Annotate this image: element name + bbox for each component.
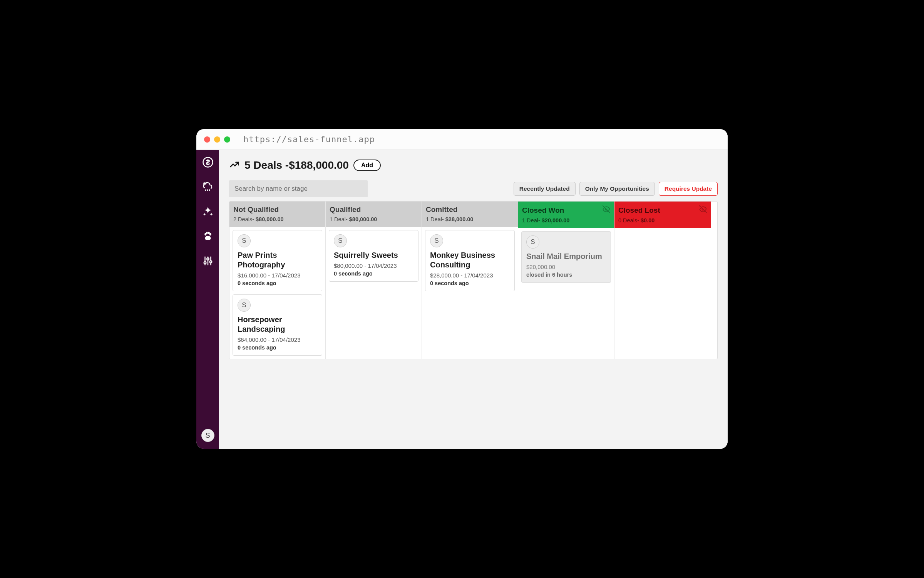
deal-avatar: S [430,234,443,247]
column-amount: $0.00 [641,217,654,223]
svg-point-8 [209,261,212,263]
column-count-label: 1 Deal- [522,217,542,223]
eye-off-icon[interactable] [699,205,707,215]
kanban-column: Qualified1 Deal- $80,000.00SSquirrelly S… [326,202,422,359]
column-subtitle: 1 Deal- $80,000.00 [330,216,418,222]
deal-card[interactable]: SSnail Mail Emporium$20,000.00closed in … [521,231,611,283]
deal-meta: $80,000.00 - 17/04/2023 [334,262,413,269]
column-header: Not Qualified2 Deals- $80,000.00 [229,202,325,227]
sidebar-item-weather[interactable] [201,181,215,195]
sidebar-user-avatar[interactable]: S [201,429,214,442]
deal-card[interactable]: SSquirrelly Sweets$80,000.00 - 17/04/202… [329,230,418,282]
column-title: Comitted [426,205,457,214]
column-body[interactable] [614,228,711,359]
column-count-label: 1 Deal- [330,216,349,222]
deal-avatar: S [238,299,251,312]
page-header: 5 Deals -$188,000.00 Add [229,158,718,172]
svg-point-7 [207,258,209,260]
column-header: Qualified1 Deal- $80,000.00 [326,202,422,227]
sidebar: S [196,150,219,449]
deal-title: Horsepower Landscaping [238,315,317,334]
column-header: Closed Won1 Deal- $20,000.00 [518,202,614,228]
toolbar: Recently Updated Only My Opportunities R… [229,180,718,197]
svg-point-1 [204,183,205,184]
deal-age: 0 seconds ago [334,271,413,277]
titlebar: https://sales-funnel.app [196,129,728,150]
column-count-label: 0 Deals- [618,217,641,223]
deal-meta: $28,000.00 - 17/04/2023 [430,272,510,279]
main-content: 5 Deals -$188,000.00 Add Recently Update… [219,150,728,449]
deal-meta: $20,000.00 [526,264,606,270]
deal-title: Snail Mail Emporium [526,252,606,261]
column-body[interactable]: SMonkey Business Consulting$28,000.00 - … [422,227,518,359]
column-count-label: 2 Deals- [233,216,256,222]
column-header: Comitted1 Deal- $28,000.00 [422,202,518,227]
column-title: Closed Won [522,206,564,215]
deal-age: 0 seconds ago [430,280,510,286]
kanban-column: Not Qualified2 Deals- $80,000.00SPaw Pri… [229,202,326,359]
app-body: S 5 Deals -$188,000.00 Add Recently Upda… [196,150,728,449]
search-input[interactable] [229,180,368,197]
window-close-button[interactable] [204,136,210,143]
sparkle-icon [202,206,214,219]
filter-only-mine[interactable]: Only My Opportunities [579,182,655,196]
weather-icon [202,181,214,194]
column-amount: $80,000.00 [256,216,284,222]
svg-point-6 [204,262,206,264]
paw-icon [202,230,214,244]
deal-card[interactable]: SPaw Prints Photography$16,000.00 - 17/0… [233,230,322,291]
column-title: Not Qualified [233,205,279,214]
kanban-column: Closed Lost0 Deals- $0.00 [614,202,711,359]
svg-point-2 [204,233,206,236]
column-amount: $20,000.00 [542,217,570,223]
deal-age: 0 seconds ago [238,280,317,286]
deal-meta: $16,000.00 - 17/04/2023 [238,272,317,279]
deal-avatar: S [334,234,347,247]
sidebar-item-insights[interactable] [201,205,215,219]
deal-title: Paw Prints Photography [238,250,317,270]
deal-card[interactable]: SMonkey Business Consulting$28,000.00 - … [425,230,515,291]
column-amount: $80,000.00 [349,216,377,222]
sidebar-item-pets[interactable] [201,230,215,244]
app-window: https://sales-funnel.app [196,129,728,449]
window-minimize-button[interactable] [214,136,220,143]
svg-point-5 [208,232,210,234]
column-header: Closed Lost0 Deals- $0.00 [614,202,711,228]
filter-requires-update[interactable]: Requires Update [659,182,718,196]
kanban-column: Closed Won1 Deal- $20,000.00SSnail Mail … [518,202,614,359]
eye-off-icon[interactable] [603,205,610,215]
page-title: 5 Deals -$188,000.00 [244,159,349,171]
column-amount: $28,000.00 [445,216,474,222]
column-subtitle: 2 Deals- $80,000.00 [233,216,321,222]
kanban-board: Not Qualified2 Deals- $80,000.00SPaw Pri… [229,201,718,359]
deal-meta: $64,000.00 - 17/04/2023 [238,336,317,343]
dollar-icon [202,156,214,170]
column-title: Closed Lost [618,206,660,215]
column-subtitle: 0 Deals- $0.00 [618,217,707,223]
window-zoom-button[interactable] [224,136,230,143]
deal-card[interactable]: SHorsepower Landscaping$64,000.00 - 17/0… [233,294,322,356]
deal-avatar: S [526,235,539,249]
sidebar-item-deals[interactable] [201,156,215,170]
deal-age: 0 seconds ago [238,344,317,351]
svg-point-4 [206,232,208,234]
address-bar-url: https://sales-funnel.app [243,134,375,144]
filter-recently-updated[interactable]: Recently Updated [514,182,576,196]
deal-age: closed in 6 hours [526,272,606,278]
kanban-column: Comitted1 Deal- $28,000.00SMonkey Busine… [422,202,518,359]
column-subtitle: 1 Deal- $20,000.00 [522,217,610,223]
column-body[interactable]: SSquirrelly Sweets$80,000.00 - 17/04/202… [326,227,422,359]
tuning-icon [202,255,214,268]
column-title: Qualified [330,205,361,214]
column-subtitle: 1 Deal- $28,000.00 [426,216,514,222]
svg-point-3 [209,233,211,236]
column-body[interactable]: SSnail Mail Emporium$20,000.00closed in … [518,228,614,359]
deal-title: Monkey Business Consulting [430,250,510,270]
column-count-label: 1 Deal- [426,216,445,222]
add-deal-button[interactable]: Add [353,160,381,171]
trending-up-icon [229,159,240,173]
deal-avatar: S [238,234,251,247]
sidebar-item-settings[interactable] [201,255,215,269]
column-body[interactable]: SPaw Prints Photography$16,000.00 - 17/0… [229,227,325,359]
deal-title: Squirrelly Sweets [334,250,413,260]
